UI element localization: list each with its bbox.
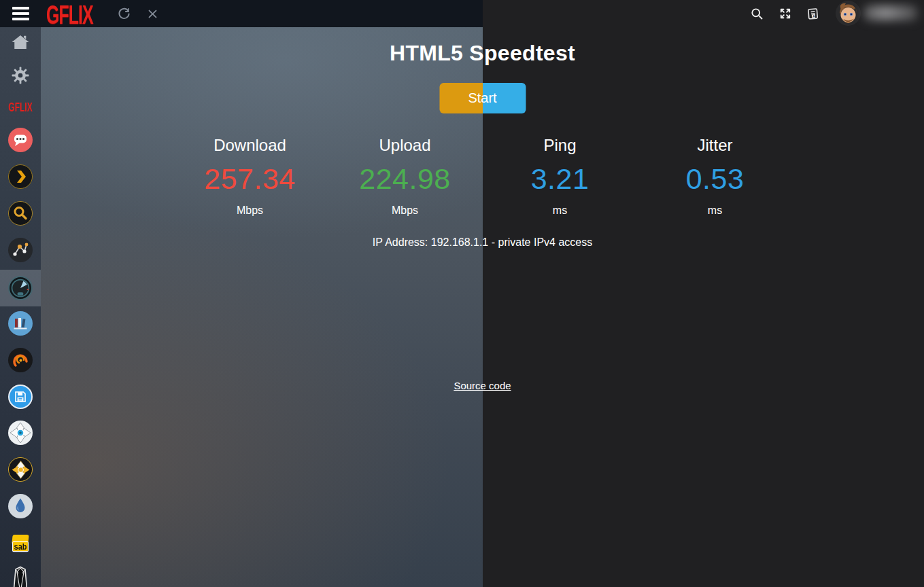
- metric-upload: Upload 224.98 Mbps: [328, 136, 483, 217]
- metric-value: 257.34: [173, 164, 328, 194]
- refresh-icon[interactable]: [116, 6, 131, 21]
- start-button[interactable]: Start: [439, 83, 526, 113]
- metric-unit: Mbps: [328, 204, 483, 217]
- app-sidebar: GFLIX: [0, 27, 41, 587]
- sidebar-item-plex[interactable]: [0, 158, 41, 195]
- sidebar-item-settings[interactable]: [0, 57, 41, 94]
- radarr-icon: [8, 457, 33, 482]
- sidebar-item-backup[interactable]: [0, 378, 41, 415]
- sidebar-item-home[interactable]: [0, 27, 41, 60]
- home-icon: [10, 32, 31, 52]
- jackett-jacket-icon: [7, 565, 33, 587]
- sonarr-icon: [8, 421, 33, 445]
- user-avatar[interactable]: [836, 1, 861, 26]
- sidebar-item-grafana[interactable]: [0, 342, 41, 378]
- sidebar-item-speedtest[interactable]: [0, 270, 41, 306]
- sidebar-item-gflix[interactable]: GFLIX: [0, 89, 41, 126]
- fullscreen-icon[interactable]: [778, 6, 793, 21]
- gear-icon: [10, 65, 31, 86]
- gflix-icon: GFLIX: [8, 101, 32, 115]
- hamburger-menu-icon[interactable]: [12, 7, 29, 20]
- ip-address-line: IP Address: 192.168.1.1 - private IPv4 a…: [41, 236, 924, 249]
- metric-download: Download 257.34 Mbps: [173, 136, 328, 217]
- metric-unit: ms: [638, 204, 793, 217]
- metric-jitter: Jitter 0.53 ms: [638, 136, 793, 217]
- metric-ping: Ping 3.21 ms: [483, 136, 638, 217]
- search-indexer-icon: [8, 201, 33, 226]
- metric-value: 224.98: [328, 164, 483, 194]
- sidebar-item-sonarr[interactable]: [0, 414, 41, 451]
- sidebar-item-sabnzbd[interactable]: sab: [0, 524, 41, 561]
- deluge-water-drop-icon: [8, 494, 33, 518]
- chat-icon: [8, 128, 33, 152]
- sabnzbd-icon: sab: [12, 535, 29, 551]
- speedtest-panel: HTML5 Speedtest Start Download 257.34 Mb…: [41, 27, 924, 587]
- metric-label: Upload: [328, 136, 483, 155]
- brand-logo[interactable]: GFLIX: [46, 0, 93, 30]
- source-code-link-row: Source code: [41, 380, 924, 391]
- close-icon[interactable]: [145, 6, 160, 21]
- main-content: HTML5 Speedtest Start Download 257.34 Mb…: [41, 27, 924, 587]
- username-redacted[interactable]: [863, 5, 918, 20]
- page-title: HTML5 Speedtest: [41, 41, 924, 66]
- sidebar-item-library[interactable]: [0, 305, 41, 342]
- floppy-disk-icon: [8, 385, 33, 409]
- speedtest-gauge-icon: [8, 276, 33, 300]
- source-code-link[interactable]: Source code: [454, 380, 511, 391]
- top-bar: GFLIX A: [0, 0, 924, 27]
- sidebar-item-radarr[interactable]: [0, 451, 41, 488]
- tautulli-icon: [8, 238, 33, 262]
- metric-unit: Mbps: [173, 204, 328, 217]
- metric-unit: ms: [483, 204, 638, 217]
- sidebar-item-tautulli[interactable]: [0, 232, 41, 268]
- metric-label: Jitter: [638, 136, 793, 155]
- news-icon[interactable]: A: [806, 6, 821, 21]
- plex-icon: [8, 164, 33, 189]
- metric-value: 0.53: [638, 164, 793, 194]
- metric-value: 3.21: [483, 164, 638, 194]
- metric-label: Download: [173, 136, 328, 155]
- sidebar-item-chat[interactable]: [0, 122, 41, 158]
- search-icon[interactable]: [749, 6, 764, 21]
- grafana-icon: [8, 348, 33, 372]
- sidebar-item-jackett[interactable]: [0, 561, 41, 587]
- sidebar-item-search-indexer[interactable]: [0, 195, 41, 232]
- library-books-icon: [8, 311, 33, 336]
- sidebar-item-deluge[interactable]: [0, 488, 41, 524]
- metrics-row: Download 257.34 Mbps Upload 224.98 Mbps …: [173, 136, 793, 217]
- metric-label: Ping: [483, 136, 638, 155]
